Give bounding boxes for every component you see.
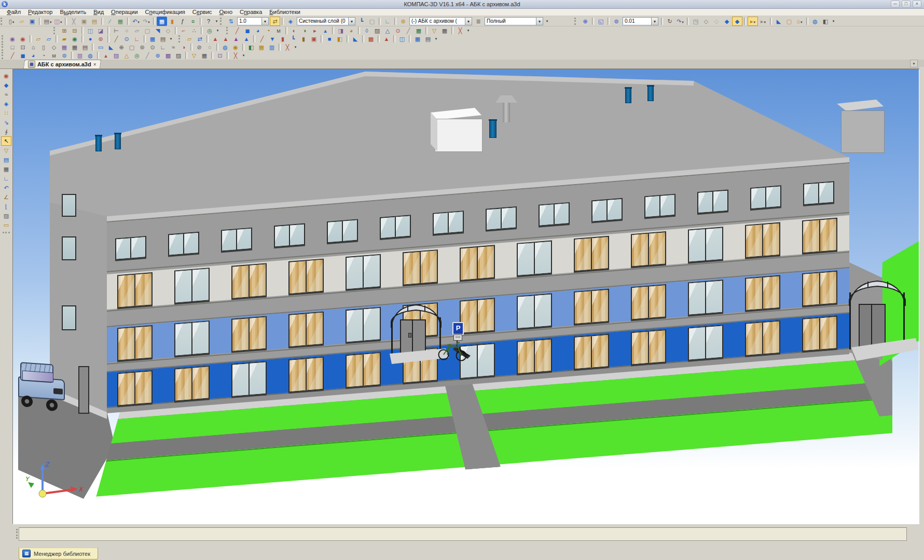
reports[interactable]: ▤ (1, 155, 11, 164)
tool-icon[interactable]: ◕ (28, 51, 38, 60)
measurements-3d[interactable]: ∟ (1, 174, 11, 183)
tool-icon[interactable]: ◔ (38, 51, 49, 60)
toolbar-grip[interactable] (3, 232, 10, 236)
variables-panel[interactable]: ▦ (157, 17, 167, 26)
toolbar-overflow-button[interactable]: ▾ (215, 26, 220, 35)
tool-icon[interactable]: △ (121, 51, 132, 60)
menu-2[interactable]: Редактор (24, 9, 56, 16)
tool-icon[interactable]: ╳ (455, 26, 465, 35)
tool-icon[interactable]: ▩ (163, 51, 173, 60)
tool-icon[interactable]: ■ (324, 34, 335, 44)
perspective-view[interactable]: ⌂ (794, 17, 805, 26)
tool-icon[interactable]: ╱ (7, 51, 18, 60)
selection-filters[interactable]: ▽ (1, 146, 11, 155)
corner-tools[interactable]: ⌊ (1, 202, 11, 211)
component-combo-value[interactable]: (-) АБК с архивом ( (409, 17, 465, 25)
attachments[interactable]: ∮ (1, 127, 11, 136)
menu-6[interactable]: Спецификация (142, 9, 189, 16)
oriented-libraries[interactable]: ▭ (1, 220, 11, 230)
menu-1[interactable]: Файл (3, 9, 24, 16)
close-button[interactable]: × (913, 1, 921, 8)
tool-icon[interactable]: ⊡ (215, 51, 225, 60)
toolbar-overflow-button[interactable]: ▾ (433, 35, 439, 43)
toolbar-overflow-button[interactable]: ▾ (168, 35, 174, 43)
toolbar-grip[interactable] (2, 44, 6, 51)
spline-tools[interactable]: ≈ (1, 90, 11, 99)
measure-units[interactable]: ¤ (188, 17, 198, 26)
tab-list-dropdown[interactable]: ▾ (910, 60, 918, 67)
tool-icon[interactable]: ⊜ (59, 51, 70, 60)
tool-icon[interactable]: ▩ (366, 34, 376, 44)
refresh-image[interactable]: ↻ (665, 17, 675, 26)
component-combo-dropdown-icon[interactable]: ▼ (465, 17, 472, 25)
section-view[interactable]: ◣ (774, 17, 784, 26)
new-document[interactable]: ▯ (6, 17, 17, 26)
menu-8[interactable]: Окно (216, 9, 237, 16)
print-preview[interactable]: ◫ (53, 17, 63, 26)
toolbar-overflow-button[interactable]: ▾ (241, 51, 246, 60)
toolbar-grip[interactable] (2, 52, 6, 59)
scale-combo-dropdown-icon[interactable]: ▼ (262, 17, 269, 25)
tool-icon[interactable]: ▣ (309, 34, 319, 44)
toolbar-grip[interactable] (53, 27, 58, 34)
tool-icon[interactable]: ▦ (412, 34, 423, 44)
toolbar-grip[interactable] (2, 35, 6, 43)
tool-icon[interactable]: ▥ (75, 51, 85, 60)
move-component[interactable]: ↶ (1, 183, 11, 192)
edit-part[interactable]: ◉ (1, 71, 11, 80)
display-combo-dropdown-icon[interactable]: ▼ (536, 17, 543, 25)
document-tab[interactable]: ▦ АБК с архивом.a3d × (23, 60, 101, 68)
paste[interactable]: ▤ (89, 17, 100, 26)
normal-to-view[interactable]: ▸ (758, 17, 768, 26)
layers[interactable]: ◈ (285, 17, 296, 26)
autoscale-toggle[interactable]: ⇄ (270, 17, 280, 26)
toolbar-grip[interactable] (574, 18, 578, 25)
tool-icon[interactable]: ▤ (423, 34, 433, 44)
layer-combo[interactable]: Системный слой (0▼ (297, 17, 355, 25)
restore-button[interactable]: □ (902, 1, 911, 8)
tool-icon[interactable]: ⊛ (153, 51, 163, 60)
tool-icon[interactable]: ◼ (18, 51, 28, 60)
save-document[interactable]: ▣ (27, 17, 37, 26)
layer-combo-value[interactable]: Системный слой (0 (297, 17, 349, 25)
scale-combo-value[interactable]: 1.0 (237, 17, 262, 25)
tool-icon[interactable]: м (49, 51, 59, 60)
tool-icon[interactable]: ╱ (142, 51, 153, 60)
tool-icon[interactable]: ▦ (199, 51, 210, 60)
hidden-lines-view[interactable]: ◇ (701, 17, 711, 26)
tool-icon[interactable]: ▴ (101, 51, 111, 60)
open-document[interactable]: ▱ (17, 17, 27, 26)
print[interactable]: ▤ (43, 17, 53, 26)
layer-combo-dropdown-icon[interactable]: ▼ (349, 17, 355, 25)
tool-icon[interactable]: ◎ (132, 51, 142, 60)
tool-icon[interactable]: ◣ (350, 34, 361, 44)
zoom-in[interactable]: ⊕ (580, 17, 590, 26)
redo[interactable]: ↷ (141, 17, 151, 26)
scene-settings[interactable]: ◧ (820, 17, 831, 26)
quick-direction[interactable]: ▸ (748, 17, 758, 26)
toolbar-overflow-button[interactable]: ▾ (293, 43, 298, 51)
hidden-lines-thin-view[interactable]: ◇ (711, 17, 722, 26)
rotate-scene[interactable]: ◍ (810, 17, 820, 26)
menu-3[interactable]: Выделить (56, 9, 90, 16)
surface-tools[interactable]: ◈ (1, 99, 11, 108)
toolbar-overflow-button[interactable]: ▾ (214, 17, 219, 25)
zoom-window[interactable]: ◱ (596, 17, 606, 26)
step-combo-dropdown-icon[interactable]: ▼ (652, 17, 658, 25)
tool-icon[interactable]: ◧ (335, 34, 345, 44)
tool-icon[interactable]: ▦ (256, 43, 267, 52)
display-combo[interactable]: Полный▼ (485, 17, 543, 25)
tool-icon[interactable]: ▦ (439, 26, 450, 35)
menu-10[interactable]: Библиотеки (266, 9, 304, 16)
tool-icon[interactable]: ▽ (189, 51, 199, 60)
layer-groups[interactable]: ▢ (367, 17, 377, 26)
solid-modeling[interactable]: ◆ (1, 80, 11, 90)
toolbar-overflow-button[interactable]: ▾ (465, 26, 471, 35)
menu-4[interactable]: Вид (90, 9, 107, 16)
undo[interactable]: ↶ (131, 17, 141, 26)
tool-icon[interactable]: ▨ (111, 51, 121, 60)
tool-icon[interactable]: ◍ (85, 51, 95, 60)
tool-icon[interactable]: ◧ (246, 43, 256, 52)
cut[interactable]: ╳ (68, 17, 79, 26)
specification[interactable]: ▦ (1, 164, 11, 174)
